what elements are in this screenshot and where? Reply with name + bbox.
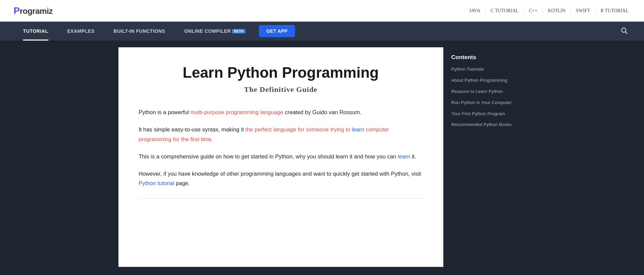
- logo-p-letter: P: [14, 5, 20, 16]
- subnav-tutorial[interactable]: TUTORIAL: [14, 22, 58, 41]
- highlight-perfect: the perfect language for someone trying …: [139, 126, 389, 142]
- logo[interactable]: Programiz: [14, 5, 53, 16]
- toc-item-about-python[interactable]: About Python Programming: [451, 77, 526, 84]
- subnav-built-in-functions[interactable]: BUILT-IN FUNCTIONS: [104, 22, 175, 41]
- top-bar: Programiz JAVA | C TUTORIAL | C++ | KOTL…: [0, 0, 644, 22]
- toc-sidebar: Contents Python Tutorials About Python P…: [451, 47, 526, 267]
- search-icon[interactable]: [618, 24, 630, 39]
- toc-item-reasons[interactable]: Reasons to Learn Python: [451, 89, 526, 95]
- link-learn-2[interactable]: learn: [398, 153, 410, 159]
- content-card: Learn Python Programming The Definitive …: [118, 47, 443, 267]
- toc-title: Contents: [451, 54, 526, 61]
- paragraph-2: It has simple easy-to-use syntax, making…: [139, 125, 423, 144]
- toc-item-run-python[interactable]: Run Python in Your Computer: [451, 100, 526, 106]
- sub-nav: TUTORIAL EXAMPLES BUILT-IN FUNCTIONS ONL…: [0, 22, 644, 41]
- nav-java[interactable]: JAVA: [467, 7, 482, 15]
- toc-item-first-program[interactable]: Your First Python Program: [451, 111, 526, 117]
- nav-swift[interactable]: SWIFT: [574, 7, 592, 15]
- highlight-multipurpose: multi-purpose programming language: [191, 109, 283, 115]
- get-app-button[interactable]: GET APP: [259, 25, 295, 37]
- article-divider: [139, 198, 423, 199]
- paragraph-1: Python is a powerful multi-purpose progr…: [139, 107, 423, 117]
- paragraph-4: However, if you have knowledge of other …: [139, 169, 423, 189]
- toc-item-python-tutorials[interactable]: Python Tutorials: [451, 66, 526, 73]
- beta-badge: beta: [232, 29, 245, 33]
- top-nav: JAVA | C TUTORIAL | C++ | KOTLIN | SWIFT…: [467, 7, 630, 15]
- nav-cpp[interactable]: C++: [527, 7, 539, 15]
- subnav-examples[interactable]: EXAMPLES: [58, 22, 104, 41]
- nav-r-tutorial[interactable]: R TUTORIAL: [599, 7, 630, 15]
- paragraph-3: This is a comprehensive guide on how to …: [139, 152, 423, 161]
- main-layout: Learn Python Programming The Definitive …: [0, 41, 644, 275]
- link-python-tutorial[interactable]: Python tutorial: [139, 180, 174, 186]
- link-learn-1[interactable]: learn: [352, 126, 364, 132]
- logo-rest: rogramiz: [20, 6, 52, 16]
- toc-item-recommended[interactable]: Recommended Python Books: [451, 122, 526, 128]
- logo-text: Programiz: [14, 5, 53, 16]
- article-subtitle: The Definitive Guide: [139, 85, 423, 94]
- nav-kotlin[interactable]: KOTLIN: [546, 7, 568, 15]
- subnav-online-compiler[interactable]: ONLINE COMPILER beta: [175, 22, 255, 41]
- article-title: Learn Python Programming: [139, 64, 423, 81]
- nav-c-tutorial[interactable]: C TUTORIAL: [489, 7, 520, 15]
- svg-line-1: [625, 32, 627, 33]
